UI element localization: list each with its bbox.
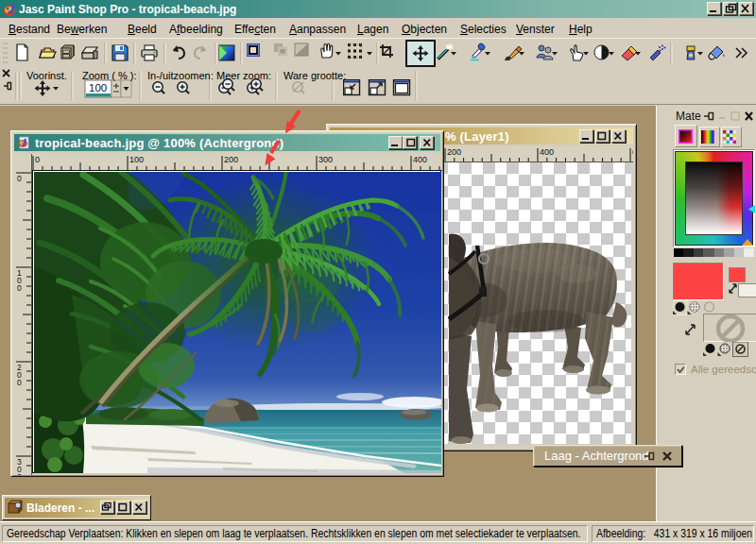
svg-text:100: 100 xyxy=(89,82,107,94)
